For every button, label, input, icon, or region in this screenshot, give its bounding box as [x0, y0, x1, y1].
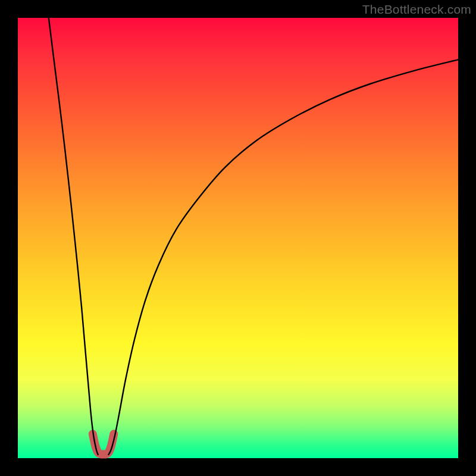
plot-area	[18, 18, 458, 458]
curve-left-branch	[49, 18, 98, 455]
curve-right-branch	[108, 60, 458, 455]
watermark-text: TheBottleneck.com	[362, 2, 471, 17]
curve-layer	[18, 18, 458, 458]
chart-frame: TheBottleneck.com	[0, 0, 476, 476]
